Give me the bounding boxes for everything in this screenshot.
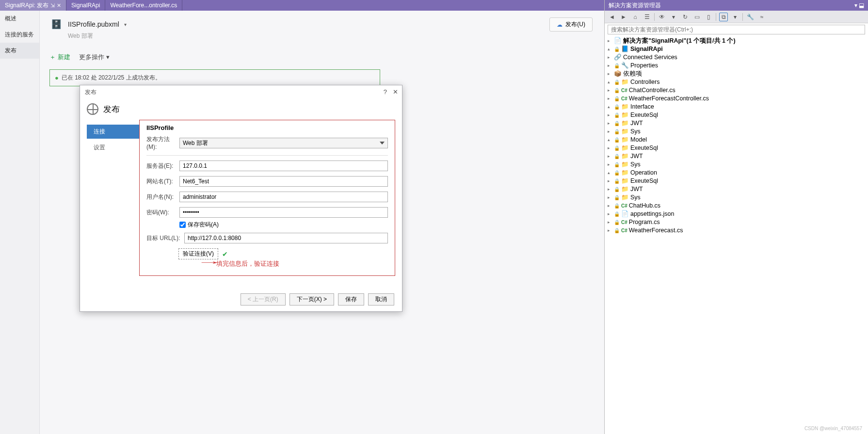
close-icon[interactable]: ✕ [393,88,398,96]
profile-type: Web 部署 [68,32,595,40]
password-input[interactable] [179,207,388,218]
tab-label: SignalRApi: 发布 [5,1,48,10]
solution-explorer-title: 解决方案资源管理器 ▾ ⬓ [605,0,868,11]
save-password-checkbox[interactable] [179,222,186,228]
tree-controllers[interactable]: Controllers [630,78,659,86]
server-input[interactable] [179,161,388,171]
tree-operation[interactable]: Operation [630,169,657,177]
site-input[interactable] [179,176,388,187]
solution-explorer: 解决方案资源管理器 ▾ ⬓ ◄ ► ⌂ ☰ 👁 ▾ ↻ ▭ ▯ ⧉ ▾ 🔧 ≈ … [604,0,868,434]
refresh-icon[interactable]: ↻ [681,13,690,21]
tree-if-jwt[interactable]: JWT [630,119,643,128]
new-profile-button[interactable]: ＋ 新建 [49,53,70,62]
pin-icon[interactable]: ⬓ [859,2,864,9]
help-icon[interactable]: ? [384,88,387,96]
sx-search-input[interactable] [608,25,865,34]
target-url-input[interactable] [184,233,388,243]
back-icon[interactable]: ◄ [608,13,616,21]
more-label: 更多操作 [79,53,104,61]
tree-chathub[interactable]: ChatHub.cs [629,202,660,210]
prev-button: < 上一页(R) [241,293,286,305]
connection-form: IISProfile 发布方法(M): Web 部署 服务器(E): 网站名(T… [139,120,395,276]
globe-icon [87,103,98,115]
close-icon[interactable]: ✕ [57,2,61,9]
tree-op-jwt[interactable]: JWT [630,185,643,193]
tree-md-jwt[interactable]: JWT [630,152,643,161]
annotation-arrow-icon: → [196,257,222,268]
tab-label: SignalRApi [71,2,100,9]
nav-overview[interactable]: 概述 [0,11,39,27]
dialog-title: 发布 [80,85,402,99]
side-settings[interactable]: 设置 [87,141,139,155]
profile-dropdown-icon[interactable]: ▾ [124,22,127,27]
nav-connected-services[interactable]: 连接的服务 [0,27,39,43]
server-icon: 🗄️ [49,17,63,31]
dialog-side-nav: 连接 设置 [87,120,139,276]
publish-button-label: 发布(U) [565,20,585,29]
cancel-button[interactable]: 取消 [368,293,394,305]
more-actions-dropdown[interactable]: 更多操作 ▾ [79,53,110,62]
tree-op-sys[interactable]: Sys [630,193,641,202]
chevron-down-icon[interactable]: ▾ [854,2,857,9]
tree-program[interactable]: Program.cs [629,218,660,226]
plus-icon: ＋ [49,53,56,62]
tree-properties[interactable]: Properties [630,62,658,70]
tree-appsettings[interactable]: appsettings.json [630,210,674,218]
success-icon: ● [55,74,59,81]
doc-icon[interactable]: ▯ [704,13,713,21]
verify-success-icon: ✔ [222,250,228,258]
tree-md-exesql[interactable]: ExeuteSql [630,144,658,152]
side-conn[interactable]: 连接 [87,125,139,139]
watermark: CSDN @weixin_47084557 [804,426,862,431]
chevron-down-icon[interactable]: ▾ [669,13,678,21]
tree-md-sys[interactable]: Sys [630,161,641,169]
label-url: 目标 URL(L): [146,234,181,242]
username-input[interactable] [179,192,388,202]
sx-toolbar: ◄ ► ⌂ ☰ 👁 ▾ ↻ ▭ ▯ ⧉ ▾ 🔧 ≈ [605,11,868,23]
publish-left-nav: 概述 连接的服务 发布 [0,11,40,434]
home-icon[interactable]: ⌂ [631,13,640,21]
publish-method-select[interactable]: Web 部署 [179,138,388,148]
collapse-icon[interactable]: ▭ [692,13,701,21]
label-user: 用户名(N): [146,193,177,201]
tree-weatherforecast[interactable]: WeatherForecast.cs [629,226,683,235]
publish-document: 概述 连接的服务 发布 🗄️ IISProfile.pubxml ▾ Web 部… [0,11,604,434]
tree-model[interactable]: Model [630,136,647,144]
wrench-icon[interactable]: 🔧 [746,13,755,21]
publish-dialog: 发布 ? ✕ 发布 连接 设置 IISProfile 发布方法(M): [80,85,402,312]
tab-label: WeatherFore...ontroller.cs [110,2,177,9]
eye-icon[interactable]: 👁 [658,13,666,21]
tab-weatherforecast[interactable]: WeatherFore...ontroller.cs [105,0,182,11]
tree-chatctrl[interactable]: ChatController.cs [629,86,675,95]
tree-deps[interactable]: 依赖项 [623,70,642,78]
tab-publish[interactable]: SignalRApi: 发布 ⇲ ✕ [0,0,66,11]
save-button[interactable]: 保存 [338,293,364,305]
pin-icon[interactable]: ⇲ [50,2,55,9]
sx-search [605,23,868,36]
label-pass: 密码(W): [146,209,177,217]
filter-icon[interactable]: ≈ [757,13,766,21]
nav-publish[interactable]: 发布 [0,43,39,59]
save-password-label: 保存密码(A) [188,221,219,229]
tab-signalrapi[interactable]: SignalRApi [66,0,105,11]
solution-node[interactable]: 解决方案"SignalRApi"(1 个项目/共 1 个) [623,37,736,45]
annotation-text: 填完信息后，验证连接 [216,259,279,268]
label-site: 网站名(T): [146,177,177,186]
publish-button[interactable]: ☁ 发布(U) [549,17,593,32]
show-all-icon[interactable]: ⧉ [719,13,728,21]
tree-if-exesql[interactable]: ExeuteSql [630,111,658,119]
tree-interface[interactable]: Interface [630,103,654,111]
tree-weatherctrl[interactable]: WeatherForecastController.cs [629,95,709,103]
label-method: 发布方法(M): [146,135,177,150]
tree-if-sys[interactable]: Sys [630,128,641,136]
scope-icon[interactable]: ☰ [643,13,651,21]
tree-op-exesql[interactable]: ExeuteSql [630,177,658,185]
dialog-heading: 发布 [103,104,120,115]
forward-icon[interactable]: ► [619,13,628,21]
tree-connected[interactable]: Connected Services [623,53,677,62]
next-button[interactable]: 下一页(X) > [289,293,334,305]
project-node[interactable]: SignalRApi [630,45,663,53]
chevron-down-icon[interactable]: ▾ [731,13,739,21]
form-section-title: IISProfile [146,124,388,131]
solution-tree[interactable]: ▸📄解决方案"SignalRApi"(1 个项目/共 1 个) ▴🔒📘Signa… [605,36,868,235]
